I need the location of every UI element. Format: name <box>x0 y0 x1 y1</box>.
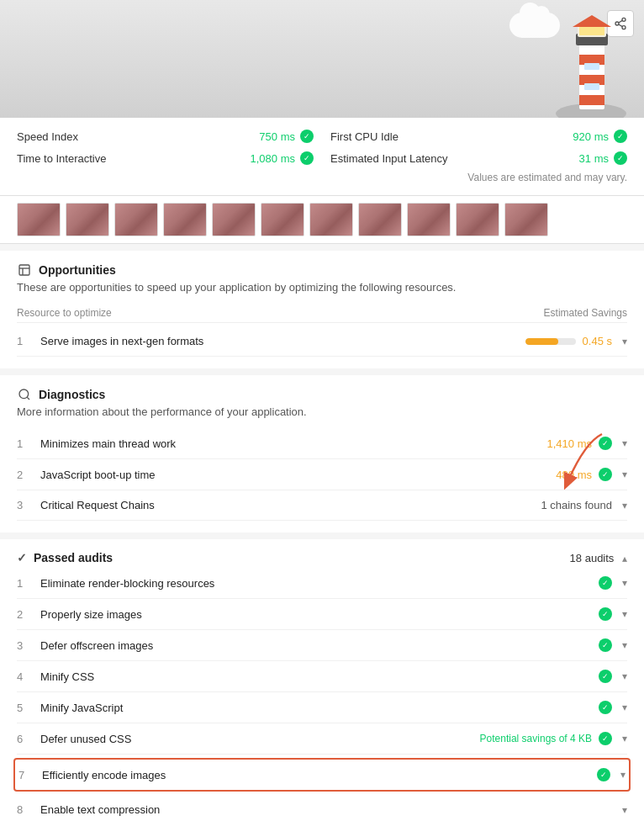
opportunity-row-1[interactable]: 1 Serve images in next-gen formats 0.45 … <box>17 326 627 357</box>
diag-chevron-3[interactable]: ▾ <box>622 500 627 511</box>
filmstrip-frame-7 <box>309 203 353 236</box>
col-resource: Resource to optimize <box>17 307 112 319</box>
metric-tti: Time to Interactive 1,080 ms ✓ <box>17 151 314 165</box>
metric-speed-index-label: Speed Index <box>17 130 78 143</box>
diagnostics-icon <box>17 387 32 402</box>
passed-check-7: ✓ <box>597 768 610 781</box>
passed-label-3: Defer offscreen images <box>34 639 599 652</box>
metric-input-latency: Estimated Input Latency 31 ms ✓ <box>330 151 627 165</box>
opportunities-table-header: Resource to optimize Estimated Savings <box>17 304 627 323</box>
filmstrip-frame-4 <box>163 203 207 236</box>
diag-num-2: 2 <box>17 469 34 481</box>
passed-chevron-7[interactable]: ▾ <box>620 769 626 781</box>
passed-chevron-8[interactable]: ▾ <box>622 804 627 816</box>
passed-chevron-2[interactable]: ▾ <box>622 608 627 620</box>
passed-audits-section: ✓ Passed audits 18 audits ▴ 1 Eliminate … <box>0 532 644 821</box>
savings-bar-1 <box>525 338 576 345</box>
passed-value-3: ✓ ▾ <box>599 638 627 652</box>
opportunity-chevron-1[interactable]: ▾ <box>622 336 627 347</box>
opportunities-desc: These are opportunities to speed up your… <box>17 281 627 294</box>
filmstrip-frame-5 <box>212 203 256 236</box>
passed-num-2: 2 <box>17 608 34 621</box>
passed-num-1: 1 <box>17 577 34 590</box>
passed-row-1[interactable]: 1 Eliminate render-blocking resources ✓ … <box>17 568 627 599</box>
diag-val-text-3: 1 chains found <box>541 499 612 511</box>
passed-num-7: 7 <box>18 769 35 781</box>
passed-value-7: ✓ ▾ <box>597 768 626 781</box>
passed-value-5: ✓ ▾ <box>599 701 627 714</box>
passed-check-3: ✓ <box>599 638 612 652</box>
passed-chevron-4[interactable]: ▾ <box>622 670 627 682</box>
svg-point-19 <box>19 389 29 399</box>
passed-num-6: 6 <box>17 733 34 745</box>
passed-chevron-3[interactable]: ▾ <box>622 639 627 651</box>
svg-line-20 <box>27 397 29 400</box>
metrics-section: Speed Index 750 ms ✓ First CPU Idle 920 … <box>0 118 644 196</box>
opportunity-label-1: Serve images in next-gen formats <box>34 335 525 347</box>
metric-tti-value: 1,080 ms ✓ <box>251 151 314 165</box>
opportunity-value-1: 0.45 s ▾ <box>525 335 627 347</box>
passed-chevron-up[interactable]: ▴ <box>622 553 627 564</box>
filmstrip-section <box>0 196 644 244</box>
arrow-annotation <box>535 426 636 493</box>
col-savings: Estimated Savings <box>544 307 627 319</box>
opportunities-section: Opportunities These are opportunities to… <box>0 251 644 368</box>
passed-row-5[interactable]: 5 Minify JavaScript ✓ ▾ <box>17 692 627 723</box>
filmstrip-frame-3 <box>114 203 158 236</box>
potential-savings-6: Potential savings of 4 KB <box>480 733 592 744</box>
diagnostics-section: Diagnostics More information about the p… <box>0 368 644 532</box>
passed-checkmark-icon: ✓ <box>17 551 27 564</box>
passed-num-8: 8 <box>17 803 34 816</box>
passed-row-2[interactable]: 2 Properly size images ✓ ▾ <box>17 599 627 630</box>
svg-rect-12 <box>579 27 604 35</box>
metric-first-cpu-idle-value: 920 ms ✓ <box>573 130 627 143</box>
metric-first-cpu-idle-label: First CPU Idle <box>330 130 399 143</box>
lighthouse-illustration <box>556 8 627 118</box>
filmstrip-frame-6 <box>261 203 304 236</box>
metric-speed-index: Speed Index 750 ms ✓ <box>17 130 314 143</box>
savings-bar-fill-1 <box>525 338 558 345</box>
passed-label-2: Properly size images <box>34 608 599 621</box>
diag-label-2: JavaScript boot-up time <box>34 469 556 481</box>
svg-rect-16 <box>19 265 29 275</box>
passed-row-8[interactable]: 8 Enable text compression ▾ <box>17 795 627 821</box>
passed-label-6: Defer unused CSS <box>34 733 480 745</box>
diag-label-3: Critical Request Chains <box>34 499 541 511</box>
passed-audits-title: Passed audits <box>34 551 113 564</box>
passed-check-2: ✓ <box>599 607 612 621</box>
diag-label-1: Minimizes main thread work <box>34 437 547 450</box>
passed-num-4: 4 <box>17 670 34 683</box>
diag-num-1: 1 <box>17 437 34 450</box>
passed-check-1: ✓ <box>599 576 612 590</box>
filmstrip-frame-11 <box>504 203 548 236</box>
opportunities-icon <box>17 262 32 278</box>
passed-chevron-6[interactable]: ▾ <box>622 733 627 744</box>
filmstrip-frame-9 <box>407 203 451 236</box>
input-latency-check: ✓ <box>614 151 627 165</box>
svg-rect-9 <box>579 95 604 105</box>
passed-audits-header[interactable]: ✓ Passed audits 18 audits ▴ <box>17 551 627 564</box>
diag-row-2[interactable]: 2 JavaScript boot-up time 480 ms ✓ ▾ <box>17 459 627 490</box>
passed-check-5: ✓ <box>599 701 612 714</box>
passed-chevron-5[interactable]: ▾ <box>622 702 627 713</box>
passed-label-7: Efficiently encode images <box>35 769 597 781</box>
passed-value-1: ✓ ▾ <box>599 576 627 590</box>
diag-row-3[interactable]: 3 Critical Request Chains 1 chains found… <box>17 490 627 521</box>
metrics-grid: Speed Index 750 ms ✓ First CPU Idle 920 … <box>17 130 627 165</box>
savings-value-1: 0.45 s <box>583 335 612 347</box>
passed-chevron-1[interactable]: ▾ <box>622 577 627 589</box>
passed-row-3[interactable]: 3 Defer offscreen images ✓ ▾ <box>17 630 627 661</box>
passed-row-6[interactable]: 6 Defer unused CSS Potential savings of … <box>17 723 627 755</box>
filmstrip-frame-2 <box>66 203 109 236</box>
svg-rect-14 <box>584 63 599 70</box>
diagnostics-desc: More information about the performance o… <box>17 405 627 418</box>
passed-value-2: ✓ ▾ <box>599 607 627 621</box>
filmstrip-frame-8 <box>358 203 402 236</box>
passed-label-1: Eliminate render-blocking resources <box>34 577 599 590</box>
metric-speed-index-value: 750 ms ✓ <box>259 130 314 143</box>
passed-row-4[interactable]: 4 Minify CSS ✓ ▾ <box>17 661 627 692</box>
passed-row-7[interactable]: 7 Efficiently encode images ✓ ▾ <box>13 758 631 792</box>
passed-label-8: Enable text compression <box>34 803 619 816</box>
passed-value-8: ▾ <box>619 804 627 816</box>
passed-value-6: Potential savings of 4 KB ✓ ▾ <box>480 732 627 745</box>
